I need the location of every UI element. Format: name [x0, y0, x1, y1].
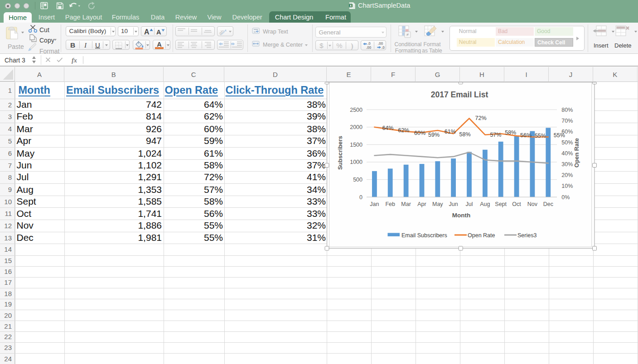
svg-text:20%: 20% [561, 172, 573, 178]
svg-text:$: $ [319, 42, 324, 49]
svg-text:.0: .0 [382, 46, 385, 50]
svg-text:1500: 1500 [350, 142, 362, 148]
svg-text:X: X [350, 4, 352, 8]
svg-text:Feb: Feb [385, 201, 395, 207]
svg-text:A: A [144, 28, 150, 35]
svg-text:0%: 0% [561, 194, 570, 201]
svg-text:A: A [156, 28, 161, 35]
svg-text:61%: 61% [445, 129, 456, 135]
svg-text:May: May [432, 201, 443, 207]
svg-text:80%: 80% [561, 107, 573, 113]
svg-text:0: 0 [359, 194, 362, 201]
svg-text:Email Subscribers: Email Subscribers [401, 232, 447, 239]
svg-text:I: I [84, 41, 87, 49]
svg-text:Jul: Jul [466, 201, 473, 207]
svg-text:2500: 2500 [350, 107, 362, 113]
svg-text:Series3: Series3 [517, 232, 536, 239]
svg-text:Open Rate: Open Rate [573, 138, 580, 168]
svg-text:64%: 64% [382, 125, 393, 131]
svg-text:50%: 50% [561, 139, 573, 146]
svg-text:58%: 58% [459, 131, 471, 138]
svg-text:59%: 59% [428, 132, 440, 138]
svg-text:Month: Month [452, 212, 470, 219]
svg-text:A: A [157, 40, 162, 48]
svg-text:60%: 60% [414, 130, 425, 136]
svg-text:62%: 62% [398, 127, 409, 134]
svg-text:Jan: Jan [370, 201, 379, 207]
svg-text:10%: 10% [561, 183, 573, 189]
svg-text:Oct: Oct [512, 201, 521, 207]
svg-text:Jun: Jun [449, 201, 458, 207]
svg-text:56%: 56% [520, 132, 532, 139]
svg-text:fx: fx [72, 57, 77, 64]
svg-text:2000: 2000 [350, 124, 362, 130]
svg-text:Mar: Mar [401, 201, 411, 207]
svg-text:2017 Email List: 2017 Email List [431, 90, 488, 99]
svg-text:≠: ≠ [406, 32, 409, 37]
svg-text:Aug: Aug [480, 201, 490, 207]
svg-text:55%: 55% [535, 133, 546, 139]
svg-text:%: % [336, 42, 342, 49]
svg-text:.00: .00 [366, 46, 372, 50]
svg-text:55%: 55% [554, 132, 565, 139]
svg-text:.00: .00 [378, 42, 383, 46]
svg-text:Nov: Nov [527, 201, 538, 207]
svg-text:57%: 57% [490, 132, 501, 138]
svg-text:Dec: Dec [543, 201, 553, 207]
svg-text:500: 500 [353, 177, 362, 183]
svg-text:58%: 58% [505, 129, 516, 136]
svg-text:72%: 72% [475, 115, 487, 121]
svg-text:Sept: Sept [495, 201, 507, 207]
svg-text:30%: 30% [561, 161, 573, 168]
svg-text:Apr: Apr [417, 201, 426, 207]
svg-text:Open Rate: Open Rate [468, 232, 495, 239]
svg-text:B: B [70, 41, 75, 49]
svg-text:70%: 70% [561, 118, 573, 124]
svg-text:.0: .0 [367, 42, 371, 46]
svg-text:U: U [95, 41, 100, 48]
svg-text:1000: 1000 [350, 159, 362, 165]
svg-text:Subscribers: Subscribers [337, 136, 343, 170]
svg-text:40%: 40% [561, 150, 573, 157]
svg-text:): ) [351, 42, 353, 50]
